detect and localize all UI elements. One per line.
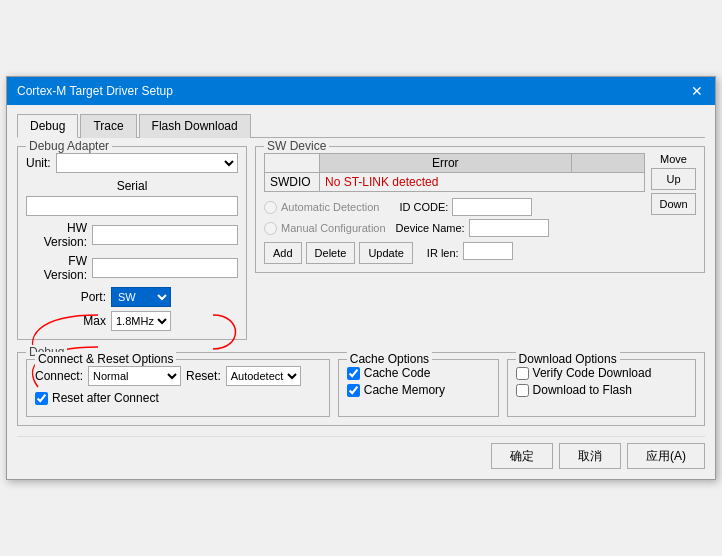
cache-code-row: Cache Code: [347, 366, 490, 380]
port-row: Port: SW JTAG: [26, 287, 238, 307]
verify-code-label: Verify Code Download: [533, 366, 652, 380]
max-label: Max: [26, 314, 106, 328]
sw-device-panel: SW Device Error: [255, 146, 705, 348]
cache-options-title: Cache Options: [347, 352, 432, 366]
connect-reset-group: Connect & Reset Options Connect: Normal …: [26, 359, 330, 417]
download-to-flash-label: Download to Flash: [533, 383, 632, 397]
serial-label: Serial: [26, 179, 238, 193]
cache-options-group: Cache Options Cache Code Cache Memory: [338, 359, 499, 417]
serial-input[interactable]: [26, 196, 238, 216]
fw-version-row: FW Version:: [26, 254, 238, 282]
detection-group: Automatic Detection ID CODE: Manual Conf…: [264, 198, 645, 237]
device-name-input[interactable]: [469, 219, 549, 237]
connect-select[interactable]: Normal Reset With Pre-reset: [88, 366, 181, 386]
reset-after-connect-row: Reset after Connect: [35, 391, 321, 405]
update-button[interactable]: Update: [359, 242, 412, 264]
reset-after-connect-checkbox[interactable]: [35, 392, 48, 405]
hw-version-row: HW Version:: [26, 221, 238, 249]
reset-label: Reset:: [186, 369, 221, 383]
auto-detection-row: Automatic Detection ID CODE:: [264, 198, 645, 216]
download-options-title: Download Options: [516, 352, 620, 366]
title-bar: Cortex-M Target Driver Setup ✕: [7, 77, 715, 105]
manual-config-radio[interactable]: [264, 222, 277, 235]
main-row: Debug Adapter Unit: Serial HW Versi: [17, 146, 705, 348]
id-code-label: ID CODE:: [399, 201, 448, 213]
auto-detection-label[interactable]: Automatic Detection: [264, 201, 379, 214]
ir-len-label: IR len:: [427, 242, 459, 264]
tab-bar: Debug Trace Flash Download: [17, 113, 705, 138]
verify-code-row: Verify Code Download: [516, 366, 687, 380]
device-name-label: Device Name:: [396, 222, 465, 234]
table-col-swdio: [265, 154, 320, 173]
sw-table: Error SWDIO No ST-LINK detected: [264, 153, 645, 192]
sw-buttons: Add Delete Update IR len:: [264, 242, 645, 264]
debug-adapter-group: Debug Adapter Unit: Serial HW Versi: [17, 146, 247, 340]
debug-group: Debug Connect & Reset Options Connect: N…: [17, 352, 705, 426]
port-select[interactable]: SW JTAG: [111, 287, 171, 307]
error-cell: No ST-LINK detected: [320, 173, 645, 192]
sw-device-group: SW Device Error: [255, 146, 705, 273]
connect-label: Connect:: [35, 369, 83, 383]
fw-version-label: FW Version:: [26, 254, 87, 282]
sw-content: Error SWDIO No ST-LINK detected: [264, 153, 696, 264]
table-col-error: Error: [320, 154, 572, 173]
cache-memory-row: Cache Memory: [347, 383, 490, 397]
bottom-buttons: 确定 取消 应用(A): [17, 436, 705, 469]
cache-memory-label: Cache Memory: [364, 383, 445, 397]
debug-inner: Connect & Reset Options Connect: Normal …: [26, 359, 696, 417]
ir-len-input[interactable]: [463, 242, 513, 260]
hw-version-label: HW Version:: [26, 221, 87, 249]
main-window: Cortex-M Target Driver Setup ✕ Debug Tra…: [6, 76, 716, 480]
download-to-flash-checkbox[interactable]: [516, 384, 529, 397]
connect-row: Connect: Normal Reset With Pre-reset Res…: [35, 366, 321, 386]
move-label: Move: [651, 153, 696, 165]
download-options-group: Download Options Verify Code Download Do…: [507, 359, 696, 417]
delete-button[interactable]: Delete: [306, 242, 356, 264]
manual-config-label[interactable]: Manual Configuration: [264, 222, 386, 235]
swdio-cell: SWDIO: [265, 173, 320, 192]
tab-debug[interactable]: Debug: [17, 114, 78, 138]
hw-version-input[interactable]: [92, 225, 238, 245]
up-button[interactable]: Up: [651, 168, 696, 190]
cache-code-checkbox[interactable]: [347, 367, 360, 380]
connect-reset-title: Connect & Reset Options: [35, 352, 176, 366]
auto-detection-radio[interactable]: [264, 201, 277, 214]
download-to-flash-row: Download to Flash: [516, 383, 687, 397]
sw-main: Error SWDIO No ST-LINK detected: [264, 153, 645, 264]
cache-code-label: Cache Code: [364, 366, 431, 380]
table-row: SWDIO No ST-LINK detected: [265, 173, 645, 192]
verify-code-checkbox[interactable]: [516, 367, 529, 380]
max-select[interactable]: 1.8MHz 3.6MHz 7.2MHz: [111, 311, 171, 331]
ok-button[interactable]: 确定: [491, 443, 553, 469]
id-code-input[interactable]: [452, 198, 532, 216]
table-col-extra: [571, 154, 644, 173]
apply-button[interactable]: 应用(A): [627, 443, 705, 469]
max-row: Max 1.8MHz 3.6MHz 7.2MHz: [26, 311, 238, 331]
reset-select[interactable]: Autodetect Software Hardware: [226, 366, 301, 386]
error-text: No ST-LINK detected: [325, 175, 438, 189]
window-title: Cortex-M Target Driver Setup: [17, 84, 173, 98]
add-button[interactable]: Add: [264, 242, 302, 264]
debug-adapter-title: Debug Adapter: [26, 139, 112, 153]
tab-flash-download[interactable]: Flash Download: [139, 114, 251, 138]
close-icon[interactable]: ✕: [689, 83, 705, 99]
reset-after-connect-label: Reset after Connect: [52, 391, 159, 405]
port-label: Port:: [26, 290, 106, 304]
content-area: Debug Trace Flash Download Debug Adapter…: [7, 105, 715, 479]
tab-trace[interactable]: Trace: [80, 114, 136, 138]
cache-memory-checkbox[interactable]: [347, 384, 360, 397]
unit-row: Unit:: [26, 153, 238, 173]
unit-select[interactable]: [56, 153, 238, 173]
fw-version-input[interactable]: [92, 258, 238, 278]
debug-section: Debug Connect & Reset Options Connect: N…: [17, 352, 705, 426]
unit-label: Unit:: [26, 156, 51, 170]
down-button[interactable]: Down: [651, 193, 696, 215]
sw-device-title: SW Device: [264, 139, 329, 153]
debug-adapter-panel: Debug Adapter Unit: Serial HW Versi: [17, 146, 247, 348]
move-buttons: Move Up Down: [651, 153, 696, 215]
manual-config-row: Manual Configuration Device Name:: [264, 219, 645, 237]
cancel-button[interactable]: 取消: [559, 443, 621, 469]
